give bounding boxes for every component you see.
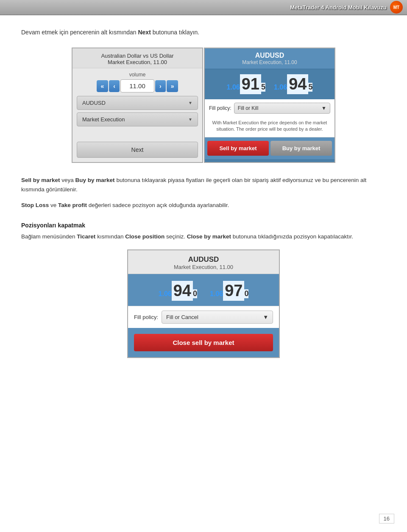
header-title: MetaTrader 4 Android Mobil Kılavuzu [290, 4, 387, 11]
ask-main: 94 [287, 74, 308, 94]
symbol-dropdown-value: AUDUSD [82, 100, 106, 106]
close-fill-row: Fill policy: Fill or Cancel ▼ [128, 306, 279, 328]
ask-prefix: 1.06 [274, 84, 287, 91]
close-sell-by-market-button[interactable]: Close sell by market [134, 334, 273, 351]
body-paragraph-2: Stop Loss ve Take profit değerleri sadec… [21, 201, 386, 210]
volume-label: volume [72, 72, 202, 78]
left-btn[interactable]: ‹ [109, 80, 120, 92]
next-btn-area: Next [72, 129, 202, 162]
screenshots-row: Australian Dollar vs US Dollar Market Ex… [21, 48, 386, 163]
action-buttons: Sell by market Buy by market [205, 137, 335, 159]
close-ask-main: 97 [223, 281, 244, 301]
sell-by-market-bold: Sell by market [21, 177, 60, 183]
close-fill-label: Fill policy: [134, 314, 158, 320]
symbol-dropdown-row: AUDUSD ▼ [72, 96, 202, 110]
close-prices-row: 1.06 940 1.06 970 [128, 274, 279, 306]
body2-rest: değerleri sadece pozisyon açık olduğunda… [87, 202, 229, 208]
close-position-panel: AUDUSD Market Execution, 11.00 1.06 940 … [127, 249, 280, 358]
close-bid-block: 1.06 940 [159, 281, 197, 301]
header-logo: MT [390, 1, 403, 14]
page-number: 16 [379, 514, 394, 524]
close-bid-sup: 0 [193, 289, 197, 298]
close-ask-prefix: 1.06 [210, 290, 223, 298]
close-panel-symbol: AUDUSD [132, 255, 275, 264]
ask-sup: 5 [308, 83, 312, 92]
execution-dropdown-row: Market Execution ▼ [72, 112, 202, 126]
bid-sup: 5 [261, 83, 265, 92]
right-btn[interactable]: › [155, 80, 166, 92]
symbol-dropdown[interactable]: AUDUSD ▼ [77, 96, 198, 110]
fill-policy-row: Fill policy: Fill or Kill ▼ [205, 99, 335, 117]
section-heading: Pozisyonları kapatmak [21, 222, 386, 229]
body-paragraph-3: Bağlam menüsünden Ticaret kısmından Clos… [21, 232, 386, 241]
close-bid-prefix: 1.06 [159, 290, 172, 298]
right-panel-header: AUDUSD Market Execution, 11.00 [205, 48, 335, 69]
body3-before: Bağlam menüsünden [21, 233, 77, 240]
dbl-right-btn[interactable]: » [167, 80, 178, 92]
stop-loss-bold: Stop Loss [21, 202, 49, 208]
buy-by-market-button[interactable]: Buy by market [270, 141, 332, 156]
body3-after: seçiniz. [164, 233, 187, 240]
close-bid-main: 94 [172, 281, 193, 301]
body1-rest: butonuna tıklayarak piyasa fiyatları ile… [21, 177, 366, 193]
prices-row: 1.06 915 1.06 945 [205, 69, 335, 99]
close-ask-block: 1.06 970 [210, 281, 248, 301]
close-panel-subtitle: Market Execution, 11.00 [132, 264, 275, 270]
ask-price-block: 1.06 945 [274, 74, 312, 94]
dbl-left-btn[interactable]: « [97, 80, 109, 92]
close-fill-dropdown[interactable]: Fill or Cancel ▼ [162, 311, 273, 324]
right-panel-subtitle: Market Execution, 11.00 [208, 59, 331, 65]
intro-text-after: butonuna tıklayın. [151, 29, 199, 36]
close-ask-sup: 0 [244, 289, 248, 298]
close-position-bold: Close position [125, 233, 164, 240]
left-panel-title-line2: Market Execution, 11.00 [76, 59, 199, 65]
close-panel-header: AUDUSD Market Execution, 11.00 [128, 250, 279, 274]
close-by-market-bold: Close by market [187, 233, 231, 240]
body2-ve: ve [49, 202, 58, 208]
left-phone-panel: Australian Dollar vs US Dollar Market Ex… [72, 48, 203, 163]
body3-after2: butonuna tıkladığınızda pozisyon kapatıl… [231, 233, 353, 240]
bid-price-block: 1.06 915 [227, 74, 265, 94]
intro-text-before: Devam etmek için pencerenin alt kısmında… [21, 29, 138, 36]
stepper-row: « ‹ 11.00 › » [72, 79, 202, 92]
close-btn-area: Close sell by market [128, 328, 279, 357]
intro-paragraph: Devam etmek için pencerenin alt kısmında… [21, 28, 386, 37]
close-fill-arrow: ▼ [263, 314, 268, 320]
body-paragraph-1: Sell by market veya Buy by market butonu… [21, 176, 386, 194]
execution-dropdown-arrow: ▼ [188, 117, 192, 122]
right-panel-symbol: AUDUSD [208, 52, 331, 59]
fill-policy-arrow: ▼ [321, 105, 326, 111]
fill-policy-dropdown[interactable]: Fill or Kill ▼ [234, 103, 330, 114]
fill-policy-label: Fill policy: [209, 105, 231, 111]
volume-value: 11.00 [120, 79, 154, 92]
take-profit-bold: Take profit [58, 202, 87, 208]
symbol-dropdown-arrow: ▼ [188, 101, 192, 105]
sell-by-market-button[interactable]: Sell by market [207, 141, 269, 156]
execution-dropdown-value: Market Execution [82, 116, 125, 123]
next-button[interactable]: Next [77, 142, 198, 158]
execution-dropdown[interactable]: Market Execution ▼ [77, 112, 198, 126]
buy-by-market-bold: Buy by market [75, 177, 115, 183]
close-fill-value: Fill or Cancel [166, 314, 198, 320]
left-panel-title-area: Australian Dollar vs US Dollar Market Ex… [72, 48, 202, 68]
bid-main: 91 [240, 74, 261, 94]
header: MetaTrader 4 Android Mobil Kılavuzu MT [0, 0, 407, 15]
body3-mid: kısmından [95, 233, 125, 240]
main-content: Devam etmek için pencerenin alt kısmında… [0, 15, 407, 379]
intro-bold: Next [138, 29, 151, 36]
left-panel-title-line1: Australian Dollar vs US Dollar [76, 53, 199, 59]
right-phone-panel: AUDUSD Market Execution, 11.00 1.06 915 … [204, 48, 335, 163]
info-text: With Market Execution the price depends … [205, 117, 335, 137]
fill-policy-value: Fill or Kill [238, 105, 259, 111]
bid-prefix: 1.06 [227, 84, 240, 91]
ticaret-bold: Ticaret [77, 233, 95, 240]
